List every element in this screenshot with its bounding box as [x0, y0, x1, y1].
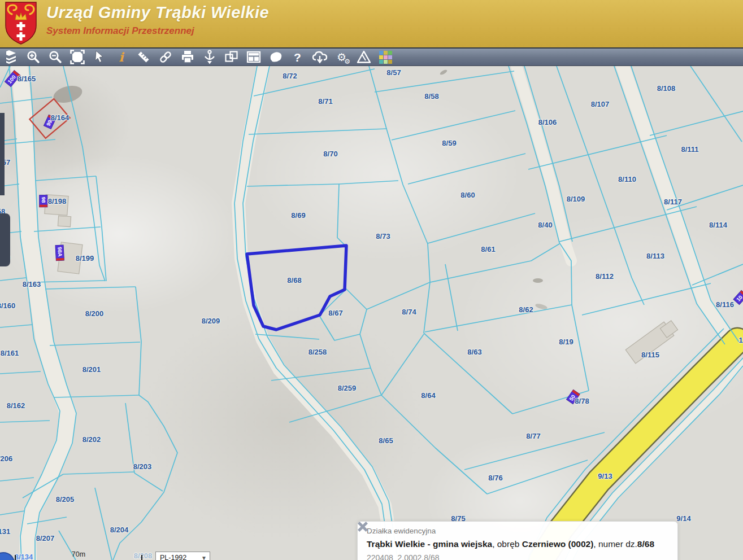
warning-triangle-icon [357, 50, 371, 64]
link-button[interactable] [154, 49, 176, 65]
parcel-number: 8/68 [637, 539, 654, 549]
zoom-in-button[interactable] [22, 49, 44, 65]
question-icon: ? [294, 51, 301, 63]
map-canvas [0, 66, 743, 560]
polygon-blob-icon [268, 50, 283, 64]
gears-icon: ⚙⚙ [337, 52, 346, 63]
legend-color-cell [388, 60, 392, 64]
coat-of-arms-logo [5, 2, 37, 46]
scalebar-label: 70m [15, 550, 142, 558]
help-button[interactable]: ? [286, 49, 309, 65]
projection-select[interactable]: PL-1992 ▼ [155, 552, 210, 560]
legend-colors-icon [379, 51, 392, 64]
info-icon: i [119, 51, 123, 63]
projection-value: PL-1992 [160, 554, 186, 560]
anchor-pin-icon [203, 50, 216, 64]
legend-color-cell [384, 55, 388, 59]
pointer-button[interactable] [88, 49, 110, 65]
compare-windows-icon [224, 50, 239, 64]
app-title: Urząd Gminy Trąbki Wielkie [46, 3, 269, 22]
precinct-name: Czerniewo (0002) [522, 539, 594, 549]
app-header: Urząd Gminy Trąbki Wielkie System Inform… [0, 0, 743, 47]
app-subtitle: System Informacji Przestrzennej [46, 25, 269, 37]
close-icon[interactable] [358, 522, 368, 532]
legend-color-cell [379, 55, 383, 59]
download-button[interactable] [309, 49, 331, 65]
zoom-out-icon [49, 50, 62, 64]
info-panel-main: Trąbki Wielkie - gmina wiejska, obręb Cz… [367, 539, 668, 549]
print-icon [181, 50, 194, 64]
print-button[interactable] [176, 49, 198, 65]
layout-button[interactable] [242, 49, 264, 65]
left-panel-strip[interactable] [0, 113, 5, 195]
identify-button[interactable]: i [110, 49, 132, 65]
map-viewport[interactable]: 100999898A5010 8/1658/1648/728/578/588/1… [0, 66, 743, 560]
measure-ruler-icon [136, 50, 151, 64]
polygon-button[interactable] [264, 49, 286, 65]
link-chain-icon [158, 50, 173, 64]
legend-color-cell [388, 55, 392, 59]
legend-color-cell [384, 51, 388, 55]
legend-color-cell [384, 60, 388, 64]
chevron-down-icon: ▼ [201, 555, 207, 560]
pointer-icon [93, 50, 106, 64]
info-panel-title: Działka ewidencyjna [367, 527, 668, 535]
legend-color-cell [379, 60, 383, 64]
layers-icon [6, 50, 16, 64]
legend-button[interactable] [375, 49, 397, 65]
measure-button[interactable] [132, 49, 154, 65]
parcel-info-panel: Działka ewidencyjna Trąbki Wielkie - gmi… [357, 521, 678, 560]
zoom-in-icon [27, 50, 40, 64]
left-panel-handle[interactable] [0, 213, 10, 266]
layers-button[interactable] [0, 49, 22, 65]
compare-button[interactable] [220, 49, 242, 65]
layout-panels-icon [246, 50, 261, 64]
coordinates-button[interactable] [198, 49, 220, 65]
municipality-name: Trąbki Wielkie - gmina wiejska [367, 539, 492, 549]
terrain-warning-button[interactable] [353, 49, 375, 65]
gis-application: Urząd Gminy Trąbki Wielkie System Inform… [0, 0, 743, 560]
terrain-shadows [51, 69, 548, 310]
zoom-out-button[interactable] [44, 49, 66, 65]
settings-button[interactable]: ⚙⚙ [331, 49, 353, 65]
full-extent-button[interactable] [66, 49, 88, 65]
parcel-id: 220408_2.0002.8/68 [367, 553, 668, 560]
legend-color-cell [388, 51, 392, 55]
full-extent-icon [70, 50, 85, 64]
toolbar: i ? ⚙⚙ [0, 47, 743, 66]
cloud-download-icon [312, 50, 328, 64]
legend-color-cell [379, 51, 383, 55]
building-footprints [29, 99, 677, 364]
